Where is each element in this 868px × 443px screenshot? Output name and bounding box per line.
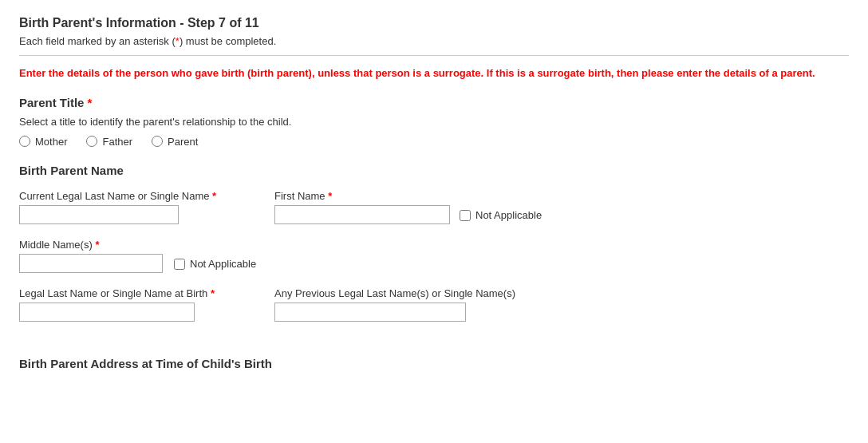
middle-name-not-applicable-row: Not Applicable bbox=[174, 258, 256, 270]
radio-father[interactable]: Father bbox=[86, 136, 132, 148]
middle-name-label: Middle Name(s) * bbox=[19, 239, 256, 251]
middle-name-col: Middle Name(s) * Not Applicable bbox=[19, 239, 256, 273]
first-name-not-applicable-label: Not Applicable bbox=[475, 209, 542, 221]
radio-parent[interactable]: Parent bbox=[152, 136, 198, 148]
previous-last-name-label: Any Previous Legal Last Name(s) or Singl… bbox=[274, 287, 594, 299]
birth-last-name-col: Legal Last Name or Single Name at Birth … bbox=[19, 287, 243, 322]
first-name-inline-group: Not Applicable bbox=[274, 205, 594, 224]
radio-mother[interactable]: Mother bbox=[19, 136, 67, 148]
first-name-col: First Name * Not Applicable bbox=[274, 190, 594, 224]
parent-title-radio-group: Mother Father Parent bbox=[19, 136, 849, 148]
alert-text: Enter the details of the person who gave… bbox=[19, 65, 849, 81]
first-name-label: First Name * bbox=[274, 190, 594, 202]
middle-name-input[interactable] bbox=[19, 254, 163, 273]
radio-parent-input[interactable] bbox=[152, 136, 163, 147]
radio-mother-label: Mother bbox=[35, 136, 67, 148]
page-title: Birth Parent's Information - Step 7 of 1… bbox=[19, 16, 849, 30]
radio-father-input[interactable] bbox=[86, 136, 97, 147]
birth-last-name-input[interactable] bbox=[19, 303, 195, 322]
middle-name-row: Not Applicable bbox=[19, 254, 256, 273]
previous-last-name-col: Any Previous Legal Last Name(s) or Singl… bbox=[274, 287, 594, 322]
birth-address-heading: Birth Parent Address at Time of Child's … bbox=[19, 357, 849, 370]
middle-name-not-applicable-checkbox[interactable] bbox=[174, 259, 185, 270]
birth-parent-name-heading: Birth Parent Name bbox=[19, 164, 849, 177]
parent-title-subtitle: Select a title to identify the parent's … bbox=[19, 116, 849, 128]
first-name-not-applicable-row: Not Applicable bbox=[460, 209, 542, 221]
divider bbox=[19, 55, 849, 56]
name-row-1: Current Legal Last Name or Single Name *… bbox=[19, 190, 849, 224]
subtitle: Each field marked by an asterisk (*) mus… bbox=[19, 35, 849, 47]
last-name-label: Current Legal Last Name or Single Name * bbox=[19, 190, 243, 202]
radio-father-label: Father bbox=[102, 136, 132, 148]
first-name-not-applicable-checkbox[interactable] bbox=[460, 210, 471, 221]
last-name-input[interactable] bbox=[19, 205, 179, 224]
middle-name-not-applicable-label: Not Applicable bbox=[190, 258, 256, 270]
radio-parent-label: Parent bbox=[168, 136, 198, 148]
previous-last-name-input[interactable] bbox=[274, 303, 466, 322]
subtitle-post: ) must be completed. bbox=[180, 35, 276, 47]
subtitle-pre: Each field marked by an asterisk ( bbox=[19, 35, 176, 47]
birth-last-name-label: Legal Last Name or Single Name at Birth … bbox=[19, 287, 243, 299]
last-name-col: Current Legal Last Name or Single Name * bbox=[19, 190, 243, 224]
first-name-input[interactable] bbox=[274, 205, 450, 224]
parent-title-heading: Parent Title * bbox=[19, 96, 849, 109]
name-row-2: Middle Name(s) * Not Applicable bbox=[19, 239, 849, 273]
radio-mother-input[interactable] bbox=[19, 136, 30, 147]
name-row-3: Legal Last Name or Single Name at Birth … bbox=[19, 287, 849, 322]
